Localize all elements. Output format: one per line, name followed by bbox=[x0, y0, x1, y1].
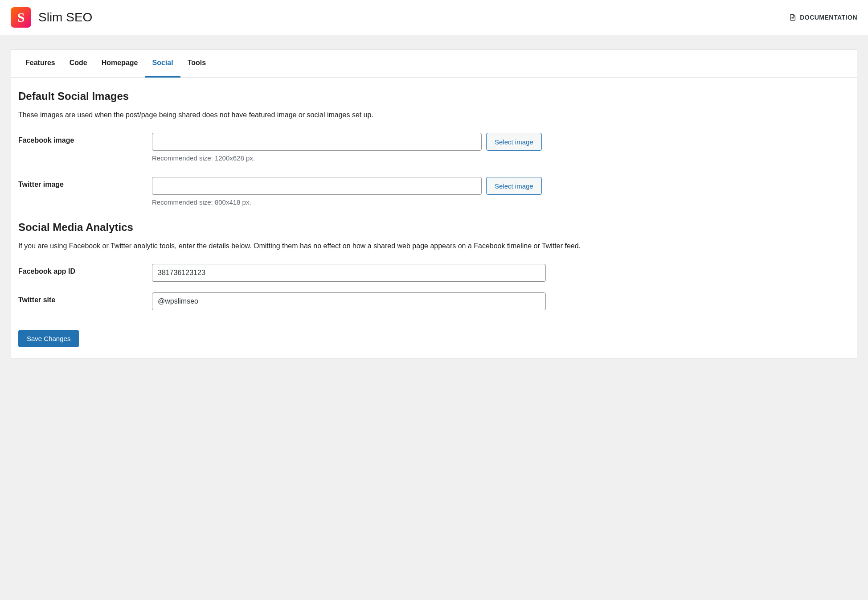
twitter-site-control bbox=[152, 292, 850, 310]
tab-tools[interactable]: Tools bbox=[180, 50, 213, 78]
social-media-analytics-desc: If you are using Facebook or Twitter ana… bbox=[18, 241, 850, 251]
twitter-image-input-row: Select image bbox=[152, 177, 850, 195]
app-header: S Slim SEO DOCUMENTATION bbox=[0, 0, 868, 35]
twitter-site-label: Twitter site bbox=[18, 292, 152, 304]
facebook-app-id-row: Facebook app ID bbox=[18, 264, 850, 282]
content-wrap: Features Code Homepage Social Tools Defa… bbox=[0, 35, 868, 373]
default-social-images-heading: Default Social Images bbox=[18, 90, 850, 103]
app-title: Slim SEO bbox=[38, 10, 92, 25]
facebook-app-id-control bbox=[152, 264, 850, 282]
twitter-image-control: Select image Recommended size: 800x418 p… bbox=[152, 177, 850, 206]
twitter-site-input[interactable] bbox=[152, 292, 546, 310]
header-left: S Slim SEO bbox=[11, 7, 92, 28]
social-media-analytics-heading: Social Media Analytics bbox=[18, 221, 850, 234]
twitter-site-row: Twitter site bbox=[18, 292, 850, 310]
save-changes-button[interactable]: Save Changes bbox=[18, 330, 79, 347]
twitter-image-input[interactable] bbox=[152, 177, 482, 195]
twitter-select-image-button[interactable]: Select image bbox=[486, 177, 542, 195]
facebook-app-id-label: Facebook app ID bbox=[18, 264, 152, 275]
settings-panel: Features Code Homepage Social Tools Defa… bbox=[11, 49, 857, 358]
tabs-nav: Features Code Homepage Social Tools bbox=[11, 50, 857, 78]
documentation-link[interactable]: DOCUMENTATION bbox=[789, 14, 857, 21]
facebook-image-row: Facebook image Select image Recommended … bbox=[18, 133, 850, 162]
default-social-images-desc: These images are used when the post/page… bbox=[18, 110, 850, 120]
twitter-image-hint: Recommended size: 800x418 px. bbox=[152, 198, 850, 206]
facebook-app-id-input[interactable] bbox=[152, 264, 546, 282]
documentation-link-label: DOCUMENTATION bbox=[800, 14, 857, 21]
twitter-image-label: Twitter image bbox=[18, 177, 152, 189]
facebook-image-label: Facebook image bbox=[18, 133, 152, 144]
tab-social[interactable]: Social bbox=[145, 50, 180, 78]
tab-homepage[interactable]: Homepage bbox=[94, 50, 145, 78]
document-icon bbox=[789, 14, 796, 21]
facebook-image-control: Select image Recommended size: 1200x628 … bbox=[152, 133, 850, 162]
app-logo-icon: S bbox=[11, 7, 31, 28]
facebook-image-input-row: Select image bbox=[152, 133, 850, 151]
facebook-image-input[interactable] bbox=[152, 133, 482, 151]
facebook-select-image-button[interactable]: Select image bbox=[486, 133, 542, 151]
tab-code[interactable]: Code bbox=[62, 50, 94, 78]
panel-body: Default Social Images These images are u… bbox=[11, 78, 857, 358]
tab-features[interactable]: Features bbox=[18, 50, 62, 78]
facebook-image-hint: Recommended size: 1200x628 px. bbox=[152, 154, 850, 162]
twitter-image-row: Twitter image Select image Recommended s… bbox=[18, 177, 850, 206]
